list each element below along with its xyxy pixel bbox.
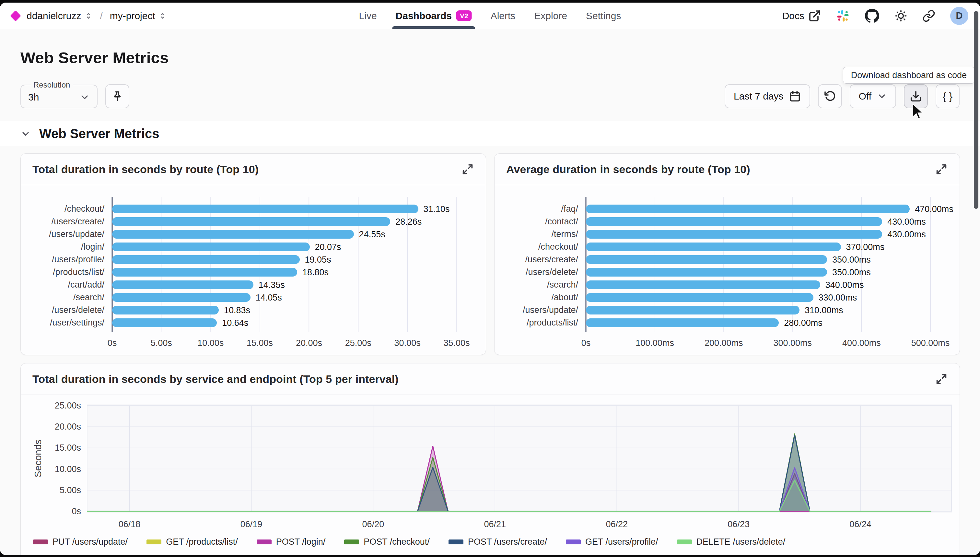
external-link-icon <box>808 10 821 22</box>
bar-value-label: 10.64s <box>217 318 248 328</box>
chevron-up-down-icon <box>158 12 167 20</box>
expand-icon[interactable] <box>461 163 474 176</box>
bar-category-label: /users/profile/ <box>34 254 112 265</box>
scrollbar-thumb[interactable] <box>974 11 978 209</box>
github-icon[interactable] <box>865 8 879 23</box>
x-axis-ticks: 06/1806/1906/2006/2106/2206/2306/24 <box>87 513 952 531</box>
bar-row: /products/list/18.80s <box>34 266 457 278</box>
tab-settings[interactable]: Settings <box>586 3 621 29</box>
x-tick-label: 20.00s <box>296 338 322 348</box>
bar-category-label: /users/delete/ <box>34 305 112 315</box>
calendar-icon <box>789 90 801 103</box>
auto-refresh-select[interactable]: Off <box>850 84 896 108</box>
bar-category-label: /login/ <box>34 242 112 252</box>
org-switcher[interactable]: ddanielcruzz <box>26 10 93 21</box>
bar-category-label: /products/list/ <box>507 318 586 328</box>
bar-category-label: /terms/ <box>507 229 586 239</box>
panel-average-duration-by-route: Average duration in seconds by route (To… <box>494 153 960 355</box>
x-tick-label: 35.00s <box>443 338 470 348</box>
legend-item[interactable]: PUT /users/update/ <box>33 537 128 547</box>
chevron-up-down-icon <box>84 12 93 20</box>
dashboard-code-button[interactable]: { } <box>936 84 960 108</box>
bar <box>586 306 800 314</box>
bar <box>586 280 820 289</box>
refresh-icon <box>824 90 836 103</box>
legend-label: POST /login/ <box>276 537 326 547</box>
refresh-button[interactable] <box>818 84 842 108</box>
bar <box>112 268 297 277</box>
bar-value-label: 350.00ms <box>827 254 871 265</box>
bar <box>112 230 354 239</box>
docs-link[interactable]: Docs <box>782 10 821 22</box>
breadcrumb-separator: / <box>100 10 102 21</box>
share-link-icon[interactable] <box>922 10 935 22</box>
legend-swatch <box>146 539 161 544</box>
slack-icon[interactable] <box>836 9 850 23</box>
x-tick-label: 06/23 <box>728 520 749 529</box>
time-series-chart: Seconds 0s5.00s10.00s15.00s20.00s25.00s <box>29 404 952 513</box>
x-tick-label: 30.00s <box>394 338 421 348</box>
legend-item[interactable]: GET /products/list/ <box>146 537 238 547</box>
x-tick-label: 400.00ms <box>842 338 881 348</box>
time-range-button[interactable]: Last 7 days <box>725 84 810 108</box>
panel-title: Total duration in seconds by service and… <box>33 373 398 386</box>
expand-icon[interactable] <box>935 373 948 386</box>
bar-row: /users/delete/350.00ms <box>507 266 930 278</box>
bar <box>586 255 827 264</box>
main-tabs: LiveDashboardsV2AlertsExploreSettings <box>359 3 621 29</box>
y-axis-label: Seconds <box>33 440 44 477</box>
bar-category-label: /products/list/ <box>34 267 112 277</box>
panel-total-duration-by-route: Total duration in seconds by route (Top … <box>20 153 486 355</box>
tab-dashboards[interactable]: DashboardsV2 <box>396 3 472 29</box>
user-avatar[interactable]: D <box>950 7 968 25</box>
legend-swatch <box>33 539 48 544</box>
legend-label: GET /users/profile/ <box>585 537 658 547</box>
legend-item[interactable]: GET /users/profile/ <box>566 537 658 547</box>
bar-category-label: /users/delete/ <box>507 267 586 277</box>
section-header[interactable]: Web Server Metrics <box>0 121 980 146</box>
resolution-select[interactable]: Resolution 3h <box>20 80 98 108</box>
x-tick-label: 06/21 <box>484 520 506 529</box>
bar-value-label: 470.00ms <box>910 204 954 214</box>
bar-value-label: 430.00ms <box>882 217 926 226</box>
legend-swatch <box>449 539 463 544</box>
legend-label: POST /users/create/ <box>468 537 547 547</box>
tab-live[interactable]: Live <box>359 3 377 29</box>
project-name: my-project <box>110 10 155 21</box>
legend-label: GET /products/list/ <box>166 537 238 547</box>
bar-row: /products/list/280.00ms <box>507 316 930 329</box>
bar-category-label: /checkout/ <box>34 204 112 214</box>
page-title: Web Server Metrics <box>20 49 960 67</box>
bar-row: /users/update/24.55s <box>34 228 457 241</box>
bar-row: /login/20.07s <box>34 241 457 253</box>
expand-icon[interactable] <box>935 163 948 176</box>
tab-explore[interactable]: Explore <box>534 3 567 29</box>
bar-row: /contact/430.00ms <box>507 215 930 228</box>
pin-resolution-button[interactable] <box>105 84 129 108</box>
bar-category-label: /user/settings/ <box>34 318 112 328</box>
legend-swatch <box>257 539 271 544</box>
legend-item[interactable]: POST /users/create/ <box>449 537 547 547</box>
x-tick-label: 0s <box>107 338 117 348</box>
legend-item[interactable]: POST /checkout/ <box>344 537 430 547</box>
bar-category-label: /faq/ <box>507 204 586 214</box>
legend-swatch <box>677 539 692 544</box>
dashboard-toolbar: Resolution 3h Last 7 days Off <box>20 80 960 108</box>
y-tick-label: 15.00s <box>55 443 81 453</box>
panel-title: Total duration in seconds by route (Top … <box>33 163 258 176</box>
bar <box>586 217 882 226</box>
bar-row: /cart/add/14.35s <box>34 278 457 291</box>
x-tick-label: 06/20 <box>362 520 384 529</box>
bar <box>112 217 390 226</box>
x-tick-label: 06/22 <box>606 520 628 529</box>
bar <box>112 318 217 327</box>
chevron-down-icon <box>20 129 31 139</box>
theme-sun-icon[interactable] <box>894 10 907 22</box>
project-switcher[interactable]: my-project <box>110 10 167 21</box>
bar-category-label: /about/ <box>507 292 586 303</box>
download-icon <box>910 90 922 103</box>
legend-item[interactable]: POST /login/ <box>257 537 326 547</box>
version-badge: V2 <box>456 10 472 21</box>
legend-item[interactable]: DELETE /users/delete/ <box>677 537 785 547</box>
tab-alerts[interactable]: Alerts <box>491 3 515 29</box>
